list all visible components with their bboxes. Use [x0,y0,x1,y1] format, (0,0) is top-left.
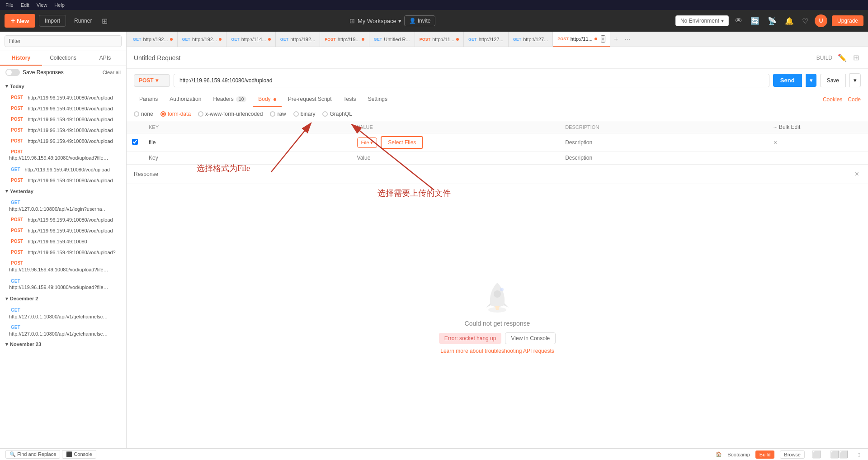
tab-params[interactable]: Params [134,92,163,107]
list-item[interactable]: POSThttp://119.96.159.49:10080/vod/uploa… [0,146,126,164]
tab-close-button[interactable]: × [601,35,605,43]
save-responses-toggle[interactable] [5,69,20,76]
add-tab-button[interactable]: + [612,33,620,45]
send-button[interactable]: Send [773,74,802,87]
tab-get-114[interactable]: GET http://114... [226,32,276,47]
radio-graphql[interactable]: GraphQL [322,111,352,117]
tab-post-11-1[interactable]: POST http://11... [415,32,464,47]
list-item[interactable]: GEThttp://127.0.0.1:10800/api/v1/login?u… [0,197,126,214]
tab-history[interactable]: History [0,51,42,66]
tab-headers[interactable]: Headers 10 [208,92,252,107]
tab-post-11-active[interactable]: POST http://11... × [553,32,610,47]
new-value-input[interactable] [357,155,555,161]
method-select[interactable]: POST ▾ [134,74,170,87]
environment-selector[interactable]: No Environment ▾ [675,15,729,26]
list-item[interactable]: GEThttp://119.96.159.49:10080/vod/upload [0,164,126,175]
tab-untitled[interactable]: GET Untitled R... [369,32,415,47]
tab-body[interactable]: Body [253,92,282,107]
menu-view[interactable]: View [37,2,47,8]
workspace-selector[interactable]: My Workspace ▾ [358,18,401,24]
list-item[interactable]: POSThttp://119.96.159.49:10080/vod/uploa… [0,135,126,146]
list-item[interactable]: GEThttp://119.96.159.49:10080/vod/upload… [0,275,126,293]
menu-help[interactable]: Help [54,2,65,8]
eye-icon-button[interactable]: 👁 [733,15,744,27]
bell-icon-button[interactable]: 🔔 [783,15,796,27]
layout-3-button[interactable]: ↕ [855,449,863,460]
list-item[interactable]: POSThttp://119.96.159.49:10080/vod/uploa… [0,225,126,236]
edit-icon-button[interactable]: ✏️ [836,52,849,64]
list-item[interactable]: POSThttp://119.96.159.49:10080/vod/uploa… [0,257,126,275]
tab-pre-request[interactable]: Pre-request Script [283,92,337,107]
list-item[interactable]: POSThttp://119.96.159.49:10080/vod/uploa… [0,214,126,225]
list-item[interactable]: POSThttp://119.96.159.49:10080/vod/uploa… [0,175,126,185]
delete-row-button[interactable]: × [774,139,777,146]
menu-file[interactable]: File [5,2,14,8]
tab-post-19[interactable]: POST http://19... [320,32,369,47]
layout-1-button[interactable]: ⬜ [810,448,823,460]
layout-toggle-button[interactable]: ⊞ [100,15,109,27]
menu-edit[interactable]: Edit [21,2,29,8]
runner-button[interactable]: Runner [70,15,96,26]
new-key-input[interactable] [149,155,346,161]
tab-get-127-1[interactable]: GET http://127... [464,32,509,47]
row-checkbox[interactable] [132,139,138,145]
tab-authorization[interactable]: Authorization [164,92,207,107]
view-console-button[interactable]: View in Console [505,332,556,344]
layout-2-button[interactable]: ⬜⬜ [828,448,850,460]
response-close-button[interactable]: × [853,168,861,180]
build-bottom-button[interactable]: Build [755,451,774,459]
refresh-icon-button[interactable]: 🔄 [749,15,761,27]
satellite-icon-button[interactable]: 📡 [766,15,778,27]
list-item[interactable]: POSThttp://119.96.159.49:10080/vod/uploa… [0,103,126,114]
list-item[interactable]: POSThttp://119.96.159.49:10080/vod/uploa… [0,124,126,135]
radio-none[interactable]: none [134,111,153,117]
select-files-button[interactable]: Select Files [381,136,423,149]
clear-all-button[interactable]: Clear all [103,70,121,75]
code-link[interactable]: Code [848,96,861,103]
list-item[interactable]: POSThttp://119.96.159.49:10080/vod/uploa… [0,247,126,257]
url-input[interactable] [174,74,769,87]
section-dec2[interactable]: ▾ December 2 [0,293,126,304]
upgrade-button[interactable]: Upgrade [832,15,863,26]
new-button[interactable]: + New [5,14,35,28]
find-replace-button[interactable]: 🔍 Find and Replace [5,450,60,459]
more-tabs-button[interactable]: ··· [623,33,632,45]
section-nov23[interactable]: ▾ November 23 [0,339,126,350]
import-button[interactable]: Import [39,15,66,27]
console-button[interactable]: ⬛ Console [62,450,96,459]
file-type-button[interactable]: File ▾ [357,138,377,148]
new-description-input[interactable] [565,155,763,161]
tab-settings[interactable]: Settings [363,92,393,107]
tab-collections[interactable]: Collections [42,51,84,66]
invite-button[interactable]: 👤 Invite [404,15,436,26]
tab-get-127-2[interactable]: GET http://127... [509,32,553,47]
heart-icon-button[interactable]: ♡ [800,15,810,27]
avatar[interactable]: U [815,14,827,27]
section-today[interactable]: ▾ Today [0,81,126,92]
search-input[interactable] [5,35,122,47]
save-button[interactable]: Save [820,74,846,87]
radio-urlencoded[interactable]: x-www-form-urlencoded [198,111,263,117]
save-dropdown-button[interactable]: ▾ [849,73,861,87]
bulk-edit-button[interactable]: Bulk Edit [779,124,800,130]
radio-raw[interactable]: raw [270,111,286,117]
description-input[interactable] [565,139,763,146]
list-item[interactable]: GEThttp://127.0.0.1:10800/api/v1/getchan… [0,322,126,339]
list-item[interactable]: GEThttp://127.0.0.1:10800/api/v1/getchan… [0,304,126,322]
radio-form-data[interactable]: form-data [160,111,191,117]
section-yesterday[interactable]: ▾ Yesterday [0,185,126,197]
tab-tests[interactable]: Tests [338,92,362,107]
tab-get-192-2[interactable]: GET http://192... [178,32,227,47]
tab-get-192-3[interactable]: GET http://192... [276,32,321,47]
list-item[interactable]: POSThttp://119.96.159.49:10080/vod/uploa… [0,114,126,124]
tab-apis[interactable]: APIs [84,51,126,66]
learn-more-link[interactable]: Learn more about troubleshooting API req… [440,348,554,354]
cookies-link[interactable]: Cookies [823,96,842,103]
radio-binary[interactable]: binary [293,111,316,117]
list-item[interactable]: POSThttp://119.96.159.49:10080 [0,236,126,247]
layout-icon-button[interactable]: ⊞ [851,52,861,64]
tab-get-192-1[interactable]: GET http://192... [128,32,178,47]
key-input[interactable] [149,139,346,146]
send-dropdown-button[interactable]: ▾ [806,74,816,87]
list-item[interactable]: POSThttp://119.96.159.49:10080/vod/uploa… [0,92,126,103]
